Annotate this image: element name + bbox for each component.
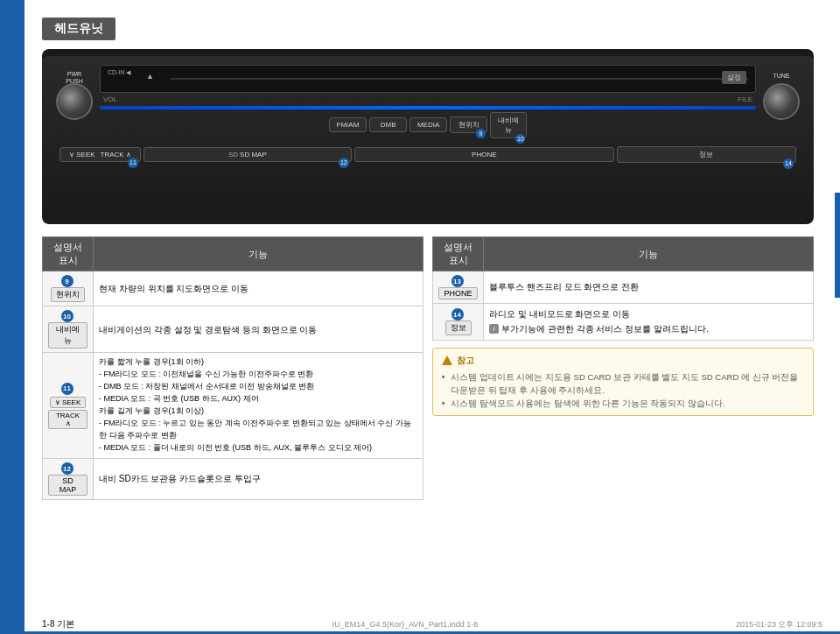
row14-tag: 정보 — [445, 321, 472, 335]
track-label: TRACK ∧ — [101, 151, 131, 158]
dmb-button[interactable]: DMB — [369, 117, 407, 132]
row13-tag: PHONE — [438, 287, 477, 299]
right-header-display: 설명서 표시 — [433, 237, 484, 271]
vol-file-row: VOL FILE — [100, 95, 756, 103]
table-row: 9 현위치 현재 차량의 위치를 지도화면으로 이동 — [43, 271, 424, 306]
fmam-button[interactable]: FM/AM — [329, 117, 368, 132]
sd-map-badge: 12 — [339, 158, 349, 168]
row11-desc: 카를 짧게 누를 경우(1회 이하) - FM라디오 모드 : 이전채널을 수신… — [94, 353, 424, 459]
power-knob[interactable]: PWR PUSH — [56, 83, 93, 120]
location-badge: 9 — [476, 129, 486, 138]
badge-10: 10 — [61, 310, 74, 322]
pwr-label: PWR PUSH — [66, 71, 82, 86]
left-table-col: 설명서 표시 기능 9 현위치 현재 차량의 위치를 지도화면으로 이동 — [42, 236, 424, 500]
caution-item-1: 시스템 업데이트 시에는 지도용 SD CARD 보관 카테를 별도 지도 SD… — [442, 370, 804, 397]
cd-eject-btn[interactable]: ▲ — [146, 72, 154, 81]
row14-desc: 라디오 및 내비모드로 화면으로 이동 i 부가기능에 관련한 각종 서비스 정… — [484, 304, 814, 340]
badge-14: 14 — [452, 308, 464, 321]
left-spec-table: 설명서 표시 기능 9 현위치 현재 차량의 위치를 지도화면으로 이동 — [42, 236, 424, 500]
badge-13: 13 — [452, 275, 464, 287]
row10-label: 10 내비메뉴 — [43, 306, 94, 353]
row9-desc: 현재 차량의 위치를 지도화면으로 이동 — [94, 271, 424, 306]
head-unit-image: PWR PUSH CD-IN ◀ ▲ 설정 VOL FILE — [42, 49, 814, 224]
cd-slot-line — [171, 78, 748, 80]
page-container: 헤드유닛 PWR PUSH CD-IN ◀ ▲ 설정 — [0, 0, 840, 634]
caution-item-2: 시스템 탐색모드 사용에는 탐색에 위한 다른 기능은 작동되지 않습니다. — [442, 397, 804, 410]
page-footer: 1-8 기본 IU_EM14_G4.5(Kor)_AVN_Part1.indd … — [24, 618, 840, 630]
caution-title: 참고 — [457, 354, 474, 368]
file-label: FILE — [738, 95, 752, 103]
caution-box: 참고 시스템 업데이트 시에는 지도용 SD CARD 보관 카테를 별도 지도… — [432, 348, 814, 417]
head-unit-panel: PWR PUSH CD-IN ◀ ▲ 설정 VOL FILE — [42, 56, 814, 218]
row13-label: 13 PHONE — [433, 271, 484, 304]
main-content: 헤드유닛 PWR PUSH CD-IN ◀ ▲ 설정 — [24, 0, 840, 634]
seek-label: ∨ SEEK — [69, 151, 95, 158]
settings-button[interactable]: 설정 — [722, 71, 746, 84]
row12-label: 12 SD MAP — [43, 458, 94, 499]
left-accent-bar — [0, 0, 24, 634]
row10-tag: 내비메뉴 — [48, 322, 88, 349]
right-header-function: 기능 — [484, 237, 814, 271]
hu-function-buttons: FM/AM DMB MEDIA 현위치 9 — [326, 112, 531, 138]
page-number: 1-8 기본 — [42, 618, 74, 630]
footer-date: 2015-01-23 오후 12:09:5 — [736, 619, 822, 630]
vol-label: VOL — [103, 95, 117, 103]
left-header-function: 기능 — [94, 237, 424, 271]
spec-tables-container: 설명서 표시 기능 9 현위치 현재 차량의 위치를 지도화면으로 이동 — [42, 236, 814, 500]
table-row: 13 PHONE 블루투스 핸즈프리 모드 화면으로 전환 — [433, 271, 814, 304]
sd-map-button[interactable]: SD SD MAP 12 — [144, 147, 352, 162]
row14-label: 14 정보 — [433, 304, 484, 340]
seek-button[interactable]: ∨ SEEK TRACK ∧ 11 — [60, 147, 141, 162]
badge-9: 9 — [61, 275, 74, 287]
navi-menu-button[interactable]: 내비메뉴 10 — [490, 112, 528, 138]
right-spec-table: 설명서 표시 기능 13 PHONE 블루투스 핸즈프리 모드 화면으로 전환 — [432, 236, 814, 341]
caution-list: 시스템 업데이트 시에는 지도용 SD CARD 보관 카테를 별도 지도 SD… — [442, 370, 804, 411]
phone-button[interactable]: PHONE — [354, 147, 614, 162]
row9-tag: 현위치 — [51, 287, 85, 302]
caution-header: 참고 — [442, 354, 804, 368]
row11-label: 11 ∨ SEEK TRACK ∧ — [43, 353, 94, 459]
info-label: 정보 — [699, 151, 713, 158]
row13-desc: 블루투스 핸즈프리 모드 화면으로 전환 — [484, 271, 814, 304]
badge-12: 12 — [61, 462, 74, 475]
media-button[interactable]: MEDIA — [410, 117, 447, 132]
right-table-col: 설명서 표시 기능 13 PHONE 블루투스 핸즈프리 모드 화면으로 전환 — [432, 236, 814, 500]
row12-desc: 내비 SD카드 보관용 카드슬롯으로 투입구 — [94, 458, 424, 499]
row9-label: 9 현위치 — [43, 271, 94, 306]
table-row: 10 내비메뉴 내비게이션의 각종 설정 및 경로탐색 등의 화면으로 이동 — [43, 306, 424, 353]
left-header-display: 설명서 표시 — [43, 237, 94, 271]
row12-tag: SD MAP — [48, 475, 88, 496]
caution-triangle-icon — [442, 356, 452, 365]
center-panel: CD-IN ◀ ▲ 설정 VOL FILE — [100, 65, 756, 138]
tune-knob[interactable]: TUNE — [763, 83, 800, 120]
cd-slot-area: CD-IN ◀ ▲ 설정 — [100, 65, 756, 93]
row11-tag-track: TRACK ∧ — [48, 410, 88, 429]
table-row: 12 SD MAP 내비 SD카드 보관용 카드슬롯으로 투입구 — [43, 458, 424, 499]
footer-file: IU_EM14_G4.5(Kor)_AVN_Part1.indd 1-8 — [332, 620, 478, 629]
table-row: 11 ∨ SEEK TRACK ∧ 카를 짧게 누를 경우(1회 이하) - F… — [43, 353, 424, 459]
tune-label: TUNE — [773, 73, 789, 79]
badge-11: 11 — [61, 383, 74, 395]
cd-in-label: CD-IN ◀ — [108, 69, 130, 76]
section-title: 헤드유닛 — [42, 18, 116, 40]
sd-map-label: SD MAP — [240, 151, 267, 158]
blue-accent-strip — [100, 106, 756, 109]
info-button[interactable]: 정보 14 — [617, 146, 796, 163]
info-badge: 14 — [783, 158, 794, 169]
phone-label: PHONE — [472, 151, 496, 158]
info-icon-small: i — [489, 324, 499, 334]
hu-top-row: PWR PUSH CD-IN ◀ ▲ 설정 VOL FILE — [56, 65, 800, 138]
hu-seek-row: ∨ SEEK TRACK ∧ 11 SD SD MAP 12 PHONE 정보 — [56, 143, 800, 163]
navi-menu-badge: 10 — [515, 134, 525, 144]
seek-badge: 11 — [128, 158, 138, 168]
location-button[interactable]: 현위치 9 — [450, 116, 487, 133]
row10-desc: 내비게이션의 각종 설정 및 경로탐색 등의 화면으로 이동 — [94, 306, 424, 353]
table-row: 14 정보 라디오 및 내비모드로 화면으로 이동 i 부가기능에 관련한 각종… — [433, 304, 814, 340]
sd-icon: SD — [228, 151, 238, 158]
row11-tag-seek: ∨ SEEK — [50, 397, 87, 408]
